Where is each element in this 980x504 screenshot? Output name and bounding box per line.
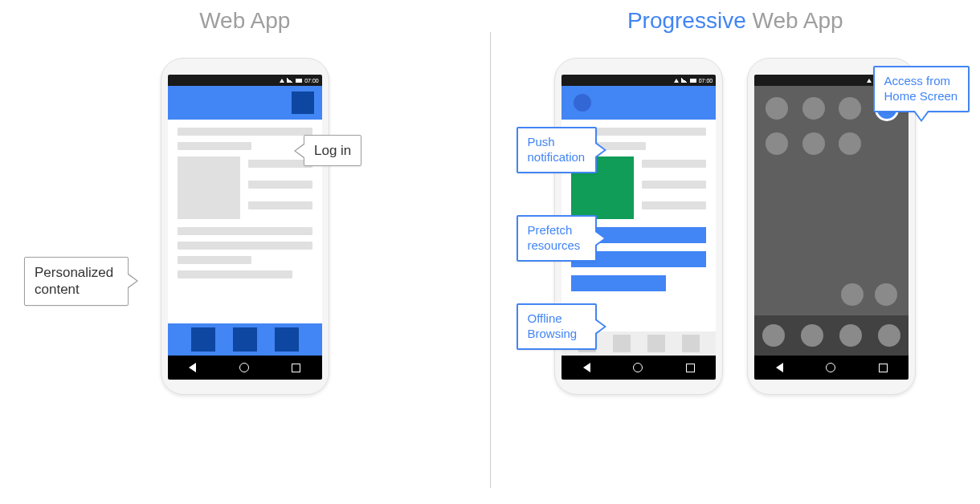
callout-offline: Offline Browsing [517, 303, 597, 350]
home-icon[interactable] [826, 363, 835, 372]
recent-icon[interactable] [879, 364, 888, 372]
wifi-icon [674, 79, 679, 83]
callout-homescreen: Access from Home Screen [873, 66, 970, 112]
callout-push: Push notification [517, 127, 597, 173]
tab-item[interactable] [647, 335, 665, 352]
diagram-root: Web App 07:00 [0, 0, 980, 504]
app-icon[interactable] [839, 132, 861, 155]
dock-app-icon[interactable] [762, 324, 785, 347]
callout-prefetch: Prefetch resources [517, 215, 597, 262]
android-nav-bar [754, 356, 909, 380]
nav-item[interactable] [275, 327, 299, 352]
home-icon[interactable] [239, 363, 249, 372]
heading-web-app: Web App [0, 8, 490, 34]
dock-app-icon[interactable] [839, 324, 862, 347]
phone-web-app: 07:00 [161, 58, 329, 395]
login-avatar-icon[interactable] [292, 91, 314, 114]
offline-item[interactable] [571, 275, 666, 291]
image-placeholder [178, 156, 240, 219]
text-placeholder [178, 142, 251, 150]
text-placeholder [642, 201, 706, 209]
text-placeholder [178, 128, 312, 136]
pwa-panel: Progressive Web App 07:00 [491, 0, 981, 504]
heading-accent: Progressive [627, 8, 746, 33]
android-nav-bar [561, 356, 716, 380]
wifi-icon [280, 79, 284, 83]
text-placeholder [178, 227, 312, 235]
text-placeholder [642, 160, 706, 168]
text-placeholder [642, 181, 706, 189]
app-icon[interactable] [839, 97, 861, 120]
text-placeholder [178, 256, 251, 264]
nav-item[interactable] [233, 327, 257, 352]
home-screen-area [754, 86, 909, 356]
status-bar: 07:00 [168, 75, 322, 86]
status-time: 07:00 [699, 78, 713, 83]
nav-item[interactable] [191, 327, 215, 352]
wifi-icon [867, 79, 872, 83]
text-placeholder [178, 242, 312, 250]
push-notification-icon[interactable] [574, 94, 591, 112]
dock-app-icon[interactable] [801, 324, 823, 347]
text-placeholder [248, 181, 312, 189]
callout-personalized: Personalized content [24, 257, 129, 306]
home-dock [754, 315, 909, 356]
app-bar [168, 86, 322, 120]
app-icon[interactable] [875, 283, 897, 306]
signal-icon [681, 78, 688, 83]
app-bar [561, 86, 716, 120]
app-icon[interactable] [802, 97, 825, 120]
recent-icon[interactable] [292, 364, 300, 372]
battery-icon [690, 79, 696, 83]
app-icon[interactable] [802, 132, 825, 155]
recent-icon[interactable] [686, 364, 695, 372]
android-nav-bar [168, 356, 322, 380]
text-placeholder [248, 160, 312, 168]
tab-item[interactable] [682, 335, 700, 352]
back-icon[interactable] [189, 363, 196, 372]
callout-login: Log in [304, 135, 361, 166]
text-placeholder [248, 201, 312, 209]
battery-icon [296, 79, 302, 83]
dock-app-icon[interactable] [878, 324, 900, 347]
heading-pwa: Progressive Web App [491, 8, 981, 34]
back-icon[interactable] [776, 363, 783, 372]
heading-rest: Web App [746, 8, 843, 33]
bottom-nav [168, 323, 322, 356]
text-placeholder [178, 270, 292, 278]
app-icon[interactable] [766, 97, 788, 120]
app-icon[interactable] [766, 132, 788, 155]
back-icon[interactable] [583, 363, 590, 372]
status-bar: 07:00 [561, 75, 716, 86]
app-icon[interactable] [841, 283, 864, 306]
web-app-panel: Web App 07:00 [0, 0, 490, 504]
signal-icon [287, 78, 293, 83]
home-icon[interactable] [633, 363, 643, 372]
status-time: 07:00 [304, 78, 319, 83]
tab-item[interactable] [613, 335, 631, 352]
